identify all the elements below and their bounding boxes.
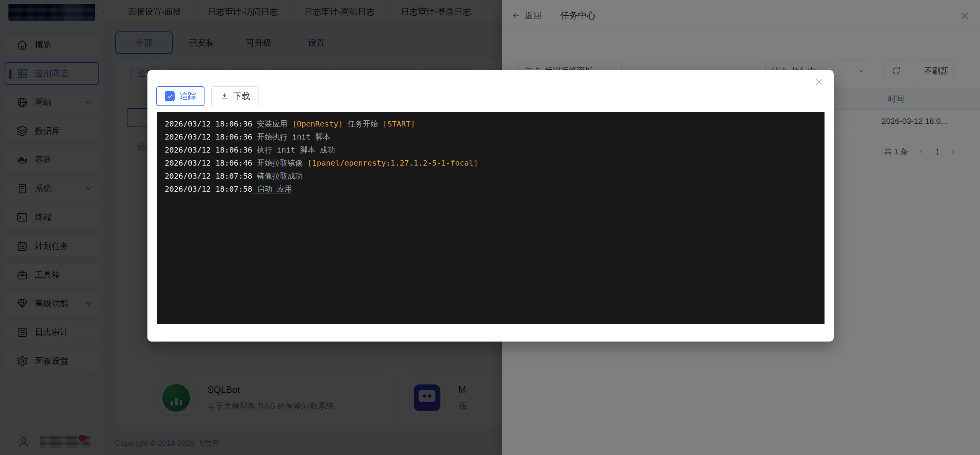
trace-toggle-button[interactable]: 追踪: [156, 86, 205, 106]
log-line: 2026/03/12 18:06:46 开始拉取镜像 [1panel/openr…: [165, 156, 817, 169]
download-button[interactable]: 下载: [211, 86, 259, 106]
log-line: 2026/03/12 18:06:36 执行 init 脚本 成功: [165, 143, 817, 156]
download-label: 下载: [233, 90, 250, 102]
download-icon: [220, 92, 229, 100]
close-icon: [814, 77, 824, 87]
modal-close-button[interactable]: [814, 77, 824, 87]
log-line: 2026/03/12 18:06:36 安装应用 [OpenResty] 任务开…: [165, 117, 817, 130]
check-icon: [167, 93, 173, 100]
log-line: 2026/03/12 18:07:58 镜像拉取成功: [165, 169, 817, 182]
modal-toolbar: 追踪 下载: [156, 86, 259, 106]
install-log-modal: 追踪 下载 2026/03/12 18:06:36 安装应用 [OpenRest…: [147, 70, 834, 342]
log-line: 2026/03/12 18:06:36 开始执行 init 脚本: [165, 130, 817, 143]
trace-checkbox[interactable]: [165, 91, 175, 101]
log-line: 2026/03/12 18:07:58 启动 应用: [165, 182, 817, 195]
trace-label: 追踪: [179, 90, 196, 102]
log-terminal[interactable]: 2026/03/12 18:06:36 安装应用 [OpenResty] 任务开…: [157, 112, 825, 324]
screen: 概览应用商店网站数据库容器系统终端计划任务工具箱高级功能日志审计面板设置 面板设…: [0, 0, 980, 455]
